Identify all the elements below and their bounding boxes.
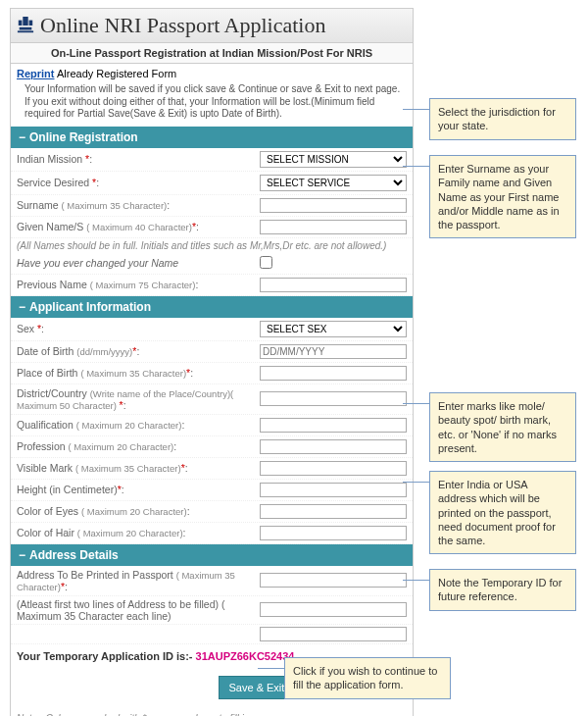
service-label: Service Desired *: [17,177,260,188]
form-container: Online NRI Passport Application On-Line … [10,8,414,716]
reprint-text: Already Registered Form [57,68,176,79]
svg-rect-3 [20,27,32,30]
visible-mark-input[interactable] [260,461,407,476]
mission-select[interactable]: SELECT MISSION [260,151,407,168]
previous-name-input[interactable] [260,278,407,292]
surname-input[interactable] [260,198,407,213]
collapse-icon[interactable]: − [19,130,25,144]
district-input[interactable] [260,391,407,406]
section-online-registration: −Online Registration [11,127,413,148]
callout-continue: Click if you wish to continue to fill th… [284,657,451,699]
surname-label: Surname ( Maximum 35 Character): [17,199,260,211]
address-note: (Atleast first two lines of Address to b… [17,598,260,622]
height-input[interactable] [260,483,407,497]
pob-label: Place of Birth ( Maximum 35 Character)*: [17,367,260,379]
qualification-input[interactable] [260,418,407,433]
eyes-input[interactable] [260,504,407,519]
mission-label: Indian Mission *: [17,153,260,165]
info-text: Your Information will be saved if you cl… [11,83,413,127]
eyes-label: Color of Eyes ( Maximum 20 Character): [17,505,260,517]
collapse-icon[interactable]: − [19,300,25,314]
height-label: Height (in Centimeter)*: [17,484,260,495]
reprint-link[interactable]: Reprint [17,68,55,79]
profession-label: Profession ( Maximum 20 Character): [17,440,260,452]
dob-input[interactable] [260,344,407,359]
svg-rect-1 [19,21,23,26]
callout-jurisdiction: Select the jurisdiction for your state. [429,98,576,140]
district-label: District/Country (Write name of the Plac… [17,387,260,411]
callout-tempid: Note the Temporary ID for future referen… [429,569,576,611]
changed-name-checkbox[interactable] [260,256,272,269]
pob-input[interactable] [260,366,407,381]
collapse-icon[interactable]: − [19,548,25,562]
reprint-row: Reprint Already Registered Form [11,64,413,83]
address-line2-input[interactable] [260,602,407,617]
address-line1-input[interactable] [260,573,407,588]
page-title: Online NRI Passport Application [40,13,325,38]
mandatory-note: Note : Columns marked with * are compuls… [11,707,413,717]
sex-label: Sex *: [17,323,260,334]
dob-label: Date of Birth (dd/mm/yyyy)*: [17,345,260,357]
given-name-input[interactable] [260,220,407,234]
address-label: Address To Be Printed in Passport ( Maxi… [17,569,260,592]
qualification-label: Qualification ( Maximum 20 Character): [17,419,260,431]
subtitle: On-Line Passport Registration at Indian … [11,43,413,64]
visible-mark-label: Visible Mark ( Maximum 35 Character)*: [17,462,260,474]
profession-input[interactable] [260,439,407,454]
given-name-label: Given Name/S ( Maximum 40 Character)*: [17,221,260,232]
changed-name-label: Have you ever changed your Name [17,257,260,269]
names-note: (All Names should be in full. Initials a… [11,238,413,253]
callout-address: Enter India or USA address which will be… [429,471,576,554]
previous-name-label: Previous Name ( Maximum 75 Character): [17,279,260,290]
section-address: −Address Details [11,544,413,566]
service-select[interactable]: SELECT SERVICE [260,175,407,191]
emblem-icon [17,15,34,36]
temp-id-value: 31AUPZ66KC52434 [196,650,295,662]
svg-rect-2 [29,21,33,26]
title-bar: Online NRI Passport Application [11,9,413,43]
svg-rect-0 [23,17,27,26]
svg-rect-4 [18,30,33,32]
sex-select[interactable]: SELECT SEX [260,321,407,337]
hair-label: Color of Hair ( Maximum 20 Character): [17,527,260,538]
address-line3-input[interactable] [260,627,407,641]
hair-input[interactable] [260,526,407,540]
callout-marks: Enter marks like mole/ beauty spot/ birt… [429,392,576,462]
section-applicant-info: −Applicant Information [11,296,413,318]
callout-names: Enter Surname as your Family name and Gi… [429,155,576,238]
